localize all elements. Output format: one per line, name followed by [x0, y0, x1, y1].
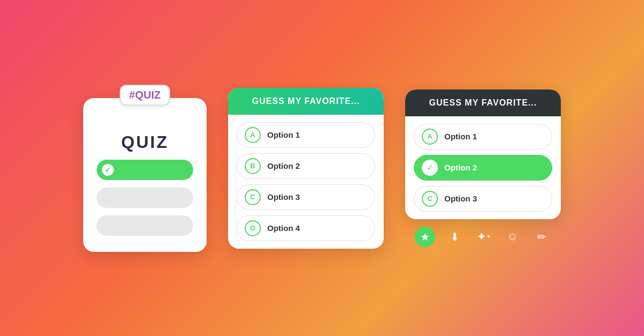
option-letter-a: A — [245, 127, 261, 143]
sticker-button[interactable]: ☺ — [503, 227, 522, 247]
dark-card-header: GUESS MY FAVORITE... — [405, 89, 561, 116]
hashtag-badge: #QUIZ — [120, 85, 171, 106]
dark-option-row-b[interactable]: ✓ Option 2 — [414, 155, 552, 181]
toolbar: ★ ⬇ ✦ ✦ ☺ ✏ — [415, 227, 551, 247]
option-text-b: Option 2 — [267, 161, 300, 170]
dark-card-wrapper: GUESS MY FAVORITE... A Option 1 ✓ Option… — [405, 89, 561, 247]
quiz-option-3[interactable] — [97, 215, 193, 236]
quiz-card: QUIZ ✓ — [83, 98, 207, 252]
option-text-d: Option 4 — [267, 223, 300, 233]
dark-options-card: GUESS MY FAVORITE... A Option 1 ✓ Option… — [405, 89, 561, 219]
sparkle-button[interactable]: ✦ ✦ — [474, 227, 493, 247]
edit-icon: ✏ — [537, 230, 546, 243]
option-text-a: Option 1 — [267, 130, 300, 139]
sticker-icon: ☺ — [507, 230, 518, 243]
sparkle-dot: ✦ — [486, 233, 491, 240]
star-button[interactable]: ★ — [415, 227, 435, 247]
download-button[interactable]: ⬇ — [445, 227, 464, 247]
star-icon: ★ — [420, 230, 430, 243]
option-text-c: Option 3 — [267, 192, 300, 201]
dark-option-row-c[interactable]: C Option 3 — [414, 186, 552, 212]
sparkle-icon: ✦ — [477, 230, 486, 244]
dark-option-letter-c: C — [422, 191, 438, 207]
dark-card-body: A Option 1 ✓ Option 2 C Option 3 — [405, 116, 561, 219]
option-letter-b: B — [245, 158, 261, 174]
dark-option-text-b: Option 2 — [444, 163, 477, 172]
green-card-body: A Option 1 B Option 2 C Option 3 D Optio… — [228, 115, 384, 249]
dark-option-check-b: ✓ — [422, 160, 438, 176]
option-letter-d: D — [245, 220, 261, 236]
quiz-card-wrapper: #QUIZ QUIZ ✓ — [83, 85, 207, 252]
dark-option-text-a: Option 1 — [444, 132, 477, 141]
green-options-card: GUESS MY FAVORITE... A Option 1 B Option… — [228, 88, 384, 249]
option-letter-c: C — [245, 189, 261, 205]
dark-option-text-c: Option 3 — [444, 194, 477, 203]
quiz-option-selected[interactable]: ✓ — [97, 160, 193, 180]
dark-option-row-a[interactable]: A Option 1 — [414, 124, 552, 150]
quiz-option-2[interactable] — [97, 188, 193, 208]
option-row-c[interactable]: C Option 3 — [237, 184, 375, 210]
green-card-header: GUESS MY FAVORITE... — [228, 88, 384, 115]
edit-button[interactable]: ✏ — [532, 227, 551, 247]
download-icon: ⬇ — [450, 230, 459, 243]
option-row-a[interactable]: A Option 1 — [237, 122, 375, 148]
option-row-d[interactable]: D Option 4 — [237, 215, 375, 241]
dark-option-letter-a: A — [422, 129, 438, 145]
check-icon: ✓ — [102, 164, 114, 176]
option-row-b[interactable]: B Option 2 — [237, 153, 375, 179]
quiz-title: QUIZ — [121, 132, 169, 152]
